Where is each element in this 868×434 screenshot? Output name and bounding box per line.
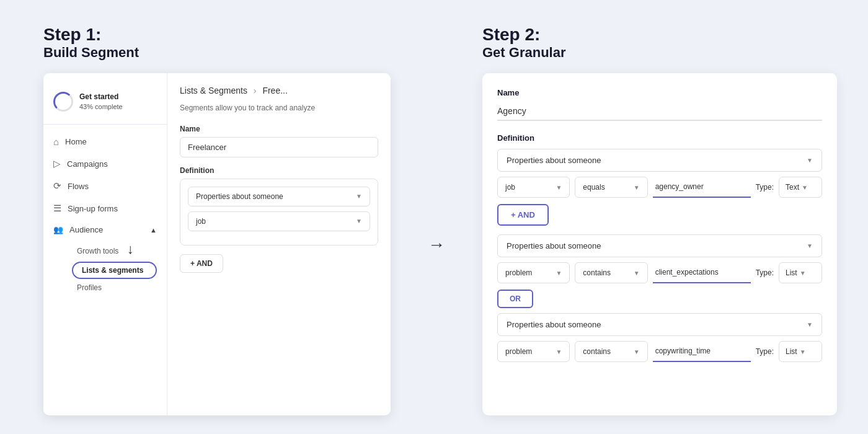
caret-type1: ▼ <box>802 184 808 191</box>
progress-circle-icon <box>53 92 73 112</box>
sidebar-item-flows[interactable]: ⟳ Flows <box>43 175 167 197</box>
right-arrow-icon: → <box>428 235 445 255</box>
name-label-right: Name <box>497 88 822 97</box>
campaigns-icon: ▷ <box>53 158 61 169</box>
sidebar-progress: Get started 43% complete <box>43 86 167 125</box>
mock-description: Segments allow you to track and analyze <box>180 103 378 113</box>
definition-label-right: Definition <box>497 133 822 143</box>
caret-type2: ▼ <box>800 270 806 277</box>
job-select-mock[interactable]: job ▼ <box>188 211 370 231</box>
caret-icon-def3: ▼ <box>807 321 813 328</box>
value-input-1[interactable] <box>653 177 751 198</box>
signupforms-icon: ☰ <box>53 203 61 214</box>
caret-filter4: ▼ <box>634 270 640 277</box>
problem-filter-select-2[interactable]: problem ▼ <box>497 262 570 283</box>
sidebar-item-campaigns[interactable]: ▷ Campaigns <box>43 153 167 175</box>
sidebar-item-label-campaigns: Campaigns <box>67 159 108 169</box>
and-button-mock[interactable]: + AND <box>180 254 223 273</box>
audience-icon: 👥 <box>53 225 63 234</box>
definition-box-mock: Properties about someone ▼ job ▼ <box>180 179 378 246</box>
sidebar-item-lists-segments[interactable]: Lists & segments <box>72 262 157 279</box>
sidebar-item-label-flows: Flows <box>68 182 89 191</box>
step2-form-panel: Name Definition Properties about someone… <box>482 73 837 415</box>
sidebar-item-growth-tools[interactable]: Growth tools ↓ <box>72 237 157 262</box>
breadcrumb: Lists & Segments › Free... <box>180 86 378 95</box>
caret-icon-def2: ▼ <box>807 242 813 249</box>
name-input-right[interactable] <box>497 102 822 121</box>
contains-filter-select-2[interactable]: contains ▼ <box>575 262 647 283</box>
arrow-connector: → <box>428 74 445 415</box>
sidebar-item-label-signupforms: Sign-up forms <box>68 204 118 213</box>
type-select-2[interactable]: List ▼ <box>779 262 822 283</box>
caret-icon-def1: ▼ <box>807 157 813 164</box>
and-button-right[interactable]: + AND <box>497 204 549 226</box>
sidebar-item-profiles[interactable]: Profiles <box>72 279 157 296</box>
definition-label-mock: Definition <box>180 166 378 175</box>
definition-select-mock[interactable]: Properties about someone ▼ <box>188 187 370 206</box>
home-icon: ⌂ <box>53 136 59 147</box>
breadcrumb-sep: › <box>254 86 259 95</box>
type-label-1: Type: <box>756 183 774 192</box>
type-select-3[interactable]: List ▼ <box>779 341 822 362</box>
caret-filter2: ▼ <box>634 184 640 191</box>
step2-heading: Step 2: Get Granular <box>482 25 837 61</box>
type-label-3: Type: <box>756 347 774 356</box>
or-button-right[interactable]: OR <box>497 290 533 308</box>
sidebar: Get started 43% complete ⌂ Home ▷ Campai… <box>43 73 167 415</box>
caret-filter3: ▼ <box>556 270 562 277</box>
caret-filter1: ▼ <box>556 184 562 191</box>
problem-filter-select-3[interactable]: problem ▼ <box>497 341 570 362</box>
step1-title: Step 1: <box>43 25 391 45</box>
definition-group-1: Properties about someone ▼ job ▼ equals … <box>497 149 822 198</box>
audience-sub-items: Growth tools ↓ Lists & segments Profiles <box>53 237 157 296</box>
flows-icon: ⟳ <box>53 180 61 192</box>
sidebar-item-audience[interactable]: 👥 Audience ▲ Growth tools ↓ Lists & segm… <box>43 219 167 302</box>
contains-filter-select-3[interactable]: contains ▼ <box>575 341 647 362</box>
job-row-mock: job ▼ <box>188 211 370 231</box>
name-input-mock[interactable]: Freelancer <box>180 137 378 157</box>
profiles-label: Profiles <box>77 283 102 292</box>
caret-filter6: ▼ <box>634 348 640 355</box>
equals-filter-select-1[interactable]: equals ▼ <box>575 177 647 198</box>
step1-mockup: Get started 43% complete ⌂ Home ▷ Campai… <box>43 73 391 415</box>
properties-select-3[interactable]: Properties about someone ▼ <box>497 313 822 336</box>
type-label-2: Type: <box>756 268 774 277</box>
caret-icon: ▼ <box>356 193 362 200</box>
downward-arrow-icon: ↓ <box>127 241 134 257</box>
step1-subtitle: Build Segment <box>43 45 391 61</box>
properties-select-1[interactable]: Properties about someone ▼ <box>497 149 822 172</box>
properties-select-2[interactable]: Properties about someone ▼ <box>497 234 822 257</box>
sidebar-item-label-home: Home <box>65 137 87 146</box>
definition-group-3: Properties about someone ▼ problem ▼ con… <box>497 313 822 362</box>
sidebar-item-home[interactable]: ⌂ Home <box>43 131 167 153</box>
lists-segments-label: Lists & segments <box>82 266 143 275</box>
name-label-mock: Name <box>180 125 378 133</box>
step2-title: Step 2: <box>482 25 837 45</box>
job-filter-select-1[interactable]: job ▼ <box>497 177 570 198</box>
chevron-up-icon: ▲ <box>150 226 157 234</box>
growth-tools-label: Growth tools <box>77 247 118 255</box>
value-input-2[interactable] <box>653 262 751 283</box>
caret-icon2: ▼ <box>356 218 362 224</box>
type-select-1[interactable]: Text ▼ <box>779 177 822 198</box>
left-section: Step 1: Build Segment Get started 43% co… <box>43 25 391 415</box>
definition-group-2: Properties about someone ▼ problem ▼ con… <box>497 234 822 283</box>
filter-row-2: problem ▼ contains ▼ Type: List ▼ <box>497 262 822 283</box>
caret-type3: ▼ <box>800 348 806 355</box>
breadcrumb-part2: Free... <box>262 86 287 95</box>
right-section: Step 2: Get Granular Name Definition Pro… <box>482 25 837 415</box>
step2-subtitle: Get Granular <box>482 45 837 61</box>
breadcrumb-part1: Lists & Segments <box>180 86 247 95</box>
progress-pct: 43% complete <box>79 103 123 110</box>
filter-row-3: problem ▼ contains ▼ Type: List ▼ <box>497 341 822 362</box>
mock-main-content: Lists & Segments › Free... Segments allo… <box>167 73 391 415</box>
sidebar-item-signupforms[interactable]: ☰ Sign-up forms <box>43 197 167 219</box>
sidebar-item-label-audience: Audience <box>69 225 103 234</box>
caret-filter5: ▼ <box>556 348 562 355</box>
value-input-3[interactable] <box>653 341 751 362</box>
progress-title: Get started <box>79 92 118 101</box>
filter-row-1: job ▼ equals ▼ Type: Text ▼ <box>497 177 822 198</box>
step1-heading: Step 1: Build Segment <box>43 25 391 61</box>
